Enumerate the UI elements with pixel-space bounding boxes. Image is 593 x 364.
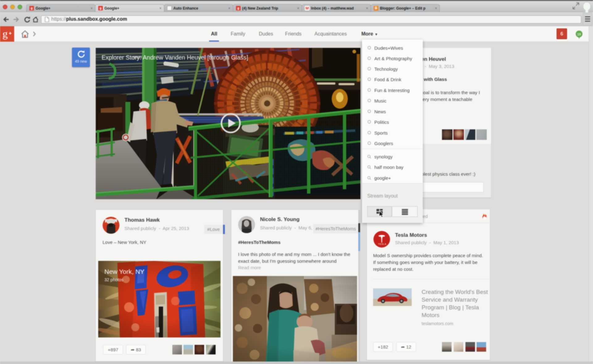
svg-text:New York, NY: New York, NY [104,268,145,275]
svg-text:g: g [2,28,8,40]
svg-text:Explorer Story: Andrew Vanden: Explorer Story: Andrew Vanden Heuvel [th… [102,54,248,61]
svg-text:19: 19 [577,32,581,36]
svg-text:+: + [9,30,12,36]
svg-text:32 photos: 32 photos [104,277,124,282]
svg-text:TESLA: TESLA [378,243,386,245]
